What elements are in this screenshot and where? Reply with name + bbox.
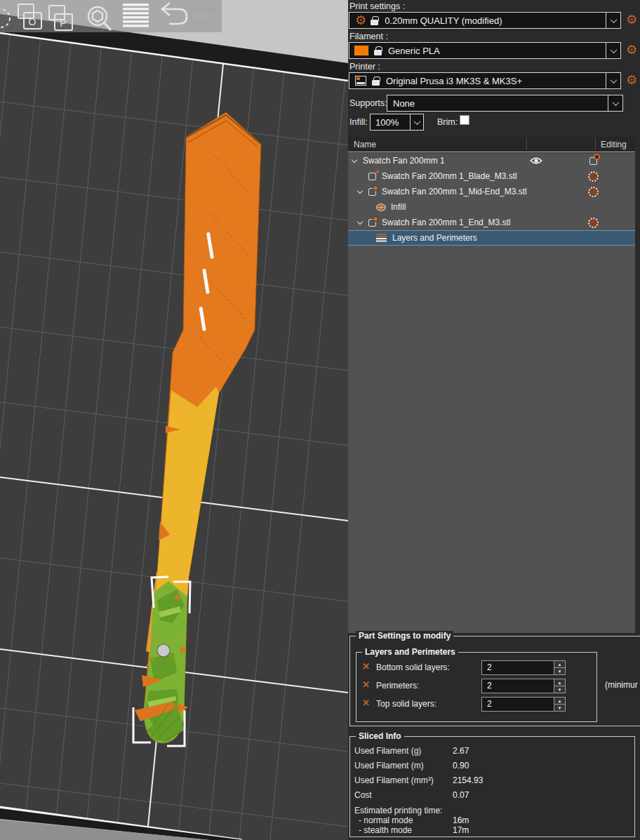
filament-color-swatch [354, 45, 369, 56]
gear-icon[interactable] [588, 218, 599, 228]
print-settings-value: 0.20mm QUALITY (modified) [385, 15, 606, 26]
eye-icon[interactable] [530, 156, 542, 167]
supports-label: Supports: [349, 98, 387, 108]
spinner-up-icon[interactable]: ▲ [554, 661, 565, 668]
tree-header: Name Editing [348, 137, 635, 152]
printing-time-header: Estimated printing time: [354, 806, 442, 815]
dropdown-chevron[interactable] [410, 114, 423, 130]
tree-name-header: Name [354, 140, 376, 149]
layers-icon [376, 234, 387, 242]
brim-checkbox[interactable] [460, 115, 469, 125]
brim-label: Brim: [437, 117, 458, 127]
printer-combo[interactable]: Original Prusa i3 MK3S & MK3S+ [349, 72, 621, 89]
printer-gear-button[interactable] [625, 74, 639, 88]
normal-mode-value: 16m [453, 815, 469, 825]
lock-icon [371, 20, 378, 25]
bottom-solid-layers-spinner[interactable]: 2 ▲▼ [481, 660, 566, 675]
layers-perimeters-title: Layers and Perimeters [362, 647, 458, 657]
tree-row-infill[interactable]: Infill [348, 199, 635, 215]
used-filament-m-value: 0.90 [453, 761, 469, 771]
arrange-icon[interactable] [0, 9, 10, 27]
tree-row-label: Swatch Fan 200mm 1_Blade_M3.stl [382, 171, 517, 181]
3d-viewport[interactable]: O P [0, 0, 348, 840]
gear-icon [626, 43, 637, 57]
tree-editing-header: Editing [601, 140, 627, 149]
undo-icon[interactable] [162, 3, 187, 24]
gear-icon[interactable] [588, 171, 599, 182]
object-tree: Swatch Fan 200mm 1 Swatch Fan 200mm 1_Bl… [348, 153, 635, 633]
spinner-down-icon[interactable]: ▼ [554, 668, 565, 674]
print-settings-gear-button[interactable] [625, 13, 639, 27]
tree-row-mid-end-part[interactable]: Swatch Fan 200mm 1_Mid-End_M3.stl [348, 184, 635, 199]
view-toolbar: O P [0, 0, 222, 32]
sliced-info-group: Sliced Info Used Filament (g) 2.67 Used … [349, 736, 635, 837]
spinner-down-icon[interactable]: ▼ [554, 705, 565, 711]
bottom-solid-layers-label: Bottom solid layers: [376, 662, 450, 672]
normal-mode-label: - normal mode [359, 815, 413, 825]
cost-label: Cost [354, 790, 372, 800]
printer-label: Printer : [349, 62, 380, 72]
app-window: O P [0, 0, 640, 840]
infill-icon [376, 203, 386, 212]
supports-value: None [387, 98, 608, 109]
print-settings-combo[interactable]: 0.20mm QUALITY (modified) [349, 12, 621, 29]
spinner-up-icon[interactable]: ▲ [554, 698, 565, 705]
used-filament-g-label: Used Filament (g) [354, 746, 421, 756]
tree-row-label: Swatch Fan 200mm 1_Mid-End_M3.stl [382, 187, 527, 196]
tree-row-layers-perimeters[interactable]: Layers and Perimeters [348, 230, 635, 246]
top-solid-layers-spinner[interactable]: 2 ▲▼ [481, 697, 566, 712]
bolt-hole [157, 644, 170, 657]
tree-row-object[interactable]: Swatch Fan 200mm 1 [348, 153, 635, 168]
remove-setting-icon[interactable] [362, 679, 370, 690]
used-filament-m-label: Used Filament (m) [354, 761, 424, 771]
gear-icon[interactable] [588, 187, 599, 197]
remove-setting-icon[interactable] [362, 661, 370, 672]
filament-value: Generic PLA [388, 46, 606, 56]
remove-setting-icon[interactable] [362, 698, 370, 708]
paste-icon[interactable]: P [49, 6, 72, 30]
sliced-info-title: Sliced Info [356, 731, 404, 741]
infill-label: Infill: [349, 117, 368, 127]
dropdown-chevron[interactable] [606, 13, 620, 28]
infill-combo[interactable]: 100% [370, 114, 424, 131]
tree-row-label: Swatch Fan 200mm 1_End_M3.stl [382, 218, 510, 227]
chevron-down-icon[interactable] [357, 218, 363, 224]
used-filament-mm3-label: Used Filament (mm³) [354, 775, 434, 785]
object-settings-icon[interactable] [589, 157, 597, 165]
spinner-up-icon[interactable]: ▲ [554, 679, 565, 686]
filament-combo[interactable]: Generic PLA [349, 42, 621, 59]
perimeters-spinner[interactable]: 2 ▲▼ [481, 679, 566, 693]
part-add-icon [368, 173, 376, 180]
chevron-down-icon[interactable] [352, 156, 357, 162]
printer-icon [355, 76, 366, 86]
filament-gear-button[interactable] [625, 44, 639, 58]
used-filament-g-value: 2.67 [453, 746, 469, 756]
search-icon[interactable] [88, 7, 111, 30]
layers-perimeters-group: Layers and Perimeters Bottom solid layer… [356, 652, 597, 722]
redo-icon [191, 3, 215, 24]
top-solid-layers-label: Top solid layers: [376, 699, 436, 709]
gear-icon [626, 73, 637, 87]
spinner-value: 2 [482, 698, 554, 711]
tree-row-label: Layers and Perimeters [392, 233, 477, 243]
part-icon [368, 188, 376, 196]
tree-row-end-part[interactable]: Swatch Fan 200mm 1_End_M3.stl [348, 215, 635, 230]
dropdown-chevron[interactable] [606, 73, 620, 88]
svg-text:P: P [60, 18, 66, 29]
part-settings-title: Part Settings to modify [356, 631, 453, 641]
dropdown-chevron[interactable] [608, 95, 622, 111]
spinner-down-icon[interactable]: ▼ [554, 686, 565, 693]
dropdown-chevron[interactable] [606, 43, 620, 58]
tree-row-blade-part[interactable]: Swatch Fan 200mm 1_Blade_M3.stl [348, 168, 635, 184]
supports-combo[interactable]: None [387, 95, 623, 112]
variable-layer-height-icon[interactable] [123, 4, 149, 27]
filament-label: Filament : [349, 32, 388, 41]
svg-text:O: O [29, 16, 36, 27]
print-profile-gear-icon [355, 14, 366, 27]
chevron-down-icon[interactable] [357, 187, 363, 193]
printer-value: Original Prusa i3 MK3S & MK3S+ [386, 76, 606, 86]
gear-icon [626, 13, 637, 27]
copy-icon[interactable]: O [18, 4, 41, 29]
used-filament-mm3-value: 2154.93 [453, 775, 483, 785]
spinner-value: 2 [482, 661, 554, 674]
